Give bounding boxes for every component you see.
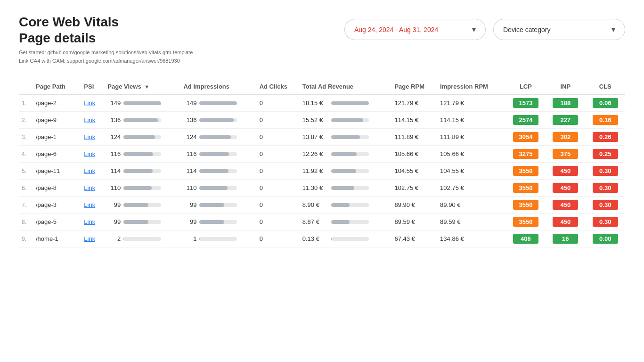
cell-inp: 302	[546, 129, 585, 146]
cell-cls: 0.00	[586, 230, 625, 247]
cell-total-rev: 8.90 €	[300, 197, 392, 214]
cell-page-path: /page-5	[33, 214, 81, 230]
cell-total-rev: 15.52 €	[300, 112, 392, 129]
col-page-rpm: Page RPM	[391, 79, 437, 94]
cell-ad-clicks: 0	[257, 230, 300, 247]
cell-lcp: 3054	[506, 129, 546, 146]
cell-num: 4.	[19, 146, 33, 163]
cell-psi-link[interactable]: Link	[81, 230, 105, 247]
cell-psi-link[interactable]: Link	[81, 163, 105, 180]
cell-page-views: 2	[105, 230, 180, 247]
subtitle: Get started: github.com/google-marketing…	[19, 49, 193, 65]
table-row: 7. /page-3 Link 99 99 0 8.90 € 89.90 € 8…	[19, 197, 625, 214]
cell-cls: 0.25	[586, 146, 625, 163]
cell-ad-clicks: 0	[257, 163, 300, 180]
cell-ad-clicks: 0	[257, 94, 300, 112]
col-num	[19, 79, 33, 94]
cell-page-views: 124	[105, 129, 180, 146]
cell-inp: 450	[546, 163, 585, 180]
col-imp-rpm: Impression RPM	[437, 79, 506, 94]
cell-page-views: 116	[105, 146, 180, 163]
table-header-row: Page Path PSI Page Views ▼ Ad Impression…	[19, 79, 625, 94]
cell-psi-link[interactable]: Link	[81, 214, 105, 230]
cell-cls: 0.06	[586, 94, 625, 112]
cell-page-rpm: 104.55 €	[391, 163, 437, 180]
cell-total-rev: 13.87 €	[300, 129, 392, 146]
cell-lcp: 3550	[506, 163, 546, 180]
cell-page-path: /page-1	[33, 129, 81, 146]
col-inp: INP	[546, 79, 585, 94]
cell-inp: 450	[546, 180, 585, 197]
cell-ad-impressions: 99	[180, 197, 256, 214]
cell-page-rpm: 67.43 €	[391, 230, 437, 247]
cell-cls: 0.30	[586, 163, 625, 180]
cell-cls: 0.16	[586, 112, 625, 129]
cell-page-path: /home-1	[33, 230, 81, 247]
col-ad-clicks: Ad Clicks	[257, 79, 300, 94]
cell-lcp: 3550	[506, 214, 546, 230]
cell-psi-link[interactable]: Link	[81, 197, 105, 214]
cell-psi-link[interactable]: Link	[81, 112, 105, 129]
col-page-views[interactable]: Page Views ▼	[105, 79, 180, 94]
cell-lcp: 2574	[506, 112, 546, 129]
cell-psi-link[interactable]: Link	[81, 129, 105, 146]
table-row: 8. /page-5 Link 99 99 0 8.87 € 89.59 € 8…	[19, 214, 625, 230]
cell-lcp: 3550	[506, 197, 546, 214]
cell-psi-link[interactable]: Link	[81, 94, 105, 112]
cell-imp-rpm: 102.75 €	[437, 180, 506, 197]
cell-ad-impressions: 149	[180, 94, 256, 112]
date-filter-arrow: ▾	[472, 25, 476, 34]
cell-page-rpm: 102.75 €	[391, 180, 437, 197]
cell-page-path: /page-9	[33, 112, 81, 129]
cell-ad-clicks: 0	[257, 180, 300, 197]
table-row: 6. /page-8 Link 110 110 0 11.30 € 102.75…	[19, 180, 625, 197]
col-ad-impressions: Ad Impressions	[180, 79, 256, 94]
date-filter-dropdown[interactable]: Aug 24, 2024 - Aug 31, 2024 ▾	[344, 19, 486, 40]
cell-lcp: 406	[506, 230, 546, 247]
cell-ad-impressions: 136	[180, 112, 256, 129]
cell-page-rpm: 121.79 €	[391, 94, 437, 112]
cell-ad-impressions: 110	[180, 180, 256, 197]
cell-ad-impressions: 114	[180, 163, 256, 180]
table-row: 1. /page-2 Link 149 149 0 18.15 € 121.79…	[19, 94, 625, 112]
cell-imp-rpm: 121.79 €	[437, 94, 506, 112]
cell-page-rpm: 111.89 €	[391, 129, 437, 146]
cell-total-rev: 11.92 €	[300, 163, 392, 180]
cell-lcp: 3275	[506, 146, 546, 163]
col-lcp: LCP	[506, 79, 546, 94]
data-table: Page Path PSI Page Views ▼ Ad Impression…	[19, 79, 625, 247]
cell-psi-link[interactable]: Link	[81, 146, 105, 163]
cell-ad-impressions: 116	[180, 146, 256, 163]
cell-imp-rpm: 134.86 €	[437, 230, 506, 247]
cell-cls: 0.26	[586, 129, 625, 146]
cell-num: 6.	[19, 180, 33, 197]
cell-total-rev: 0.13 €	[300, 230, 392, 247]
cell-total-rev: 8.87 €	[300, 214, 392, 230]
cell-page-views: 149	[105, 94, 180, 112]
cell-page-views: 136	[105, 112, 180, 129]
cell-imp-rpm: 114.15 €	[437, 112, 506, 129]
cell-psi-link[interactable]: Link	[81, 180, 105, 197]
device-filter-dropdown[interactable]: Device category ▾	[493, 19, 625, 40]
cell-page-views: 99	[105, 197, 180, 214]
cell-ad-clicks: 0	[257, 129, 300, 146]
cell-page-views: 114	[105, 163, 180, 180]
cell-num: 1.	[19, 94, 33, 112]
cell-page-rpm: 105.66 €	[391, 146, 437, 163]
cell-lcp: 1573	[506, 94, 546, 112]
date-filter-label: Aug 24, 2024 - Aug 31, 2024	[354, 26, 438, 33]
cell-inp: 450	[546, 197, 585, 214]
col-cls: CLS	[586, 79, 625, 94]
cell-total-rev: 11.30 €	[300, 180, 392, 197]
table-row: 4. /page-6 Link 116 116 0 12.26 € 105.66…	[19, 146, 625, 163]
cell-page-views: 110	[105, 180, 180, 197]
cell-num: 3.	[19, 129, 33, 146]
table-row: 3. /page-1 Link 124 124 0 13.87 € 111.89…	[19, 129, 625, 146]
cell-page-rpm: 89.59 €	[391, 214, 437, 230]
cell-page-path: /page-3	[33, 197, 81, 214]
cell-page-path: /page-2	[33, 94, 81, 112]
cell-lcp: 3550	[506, 180, 546, 197]
cell-cls: 0.30	[586, 214, 625, 230]
cell-inp: 188	[546, 94, 585, 112]
device-filter-arrow: ▾	[611, 25, 615, 34]
